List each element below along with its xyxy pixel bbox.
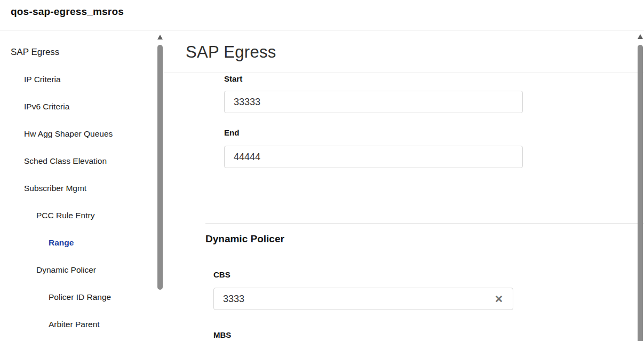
- sidebar-item-ipv6-criteria[interactable]: IPv6 Criteria: [0, 93, 156, 120]
- start-field-label: Start: [224, 74, 242, 83]
- main-heading-band: SAP Egress: [164, 31, 644, 73]
- main-content: SAP Egress Start End Dynamic Policer CBS…: [164, 31, 644, 341]
- page-title: qos-sap-egress_msros: [11, 6, 124, 18]
- cbs-field-label: CBS: [213, 270, 230, 279]
- sidebar-item-sap-egress[interactable]: SAP Egress: [0, 38, 156, 66]
- section-divider: [205, 223, 644, 224]
- end-field-label: End: [224, 128, 239, 137]
- sidebar-item-pcc-rule-entry[interactable]: PCC Rule Entry: [0, 202, 156, 229]
- cbs-input[interactable]: [213, 288, 513, 310]
- start-input[interactable]: [224, 91, 523, 113]
- sidebar-item-subscriber-mgmt[interactable]: Subscriber Mgmt: [0, 175, 156, 202]
- sidebar-item-sched-class-elevation[interactable]: Sched Class Elevation: [0, 147, 156, 175]
- sidebar-item-policer-id-range[interactable]: Policer ID Range: [0, 283, 156, 311]
- main-heading: SAP Egress: [186, 43, 276, 62]
- sidebar-item-arbiter-parent[interactable]: Arbiter Parent: [0, 311, 156, 338]
- scroll-up-arrow-icon[interactable]: [157, 35, 163, 39]
- main-scrollbar-thumb[interactable]: [638, 45, 643, 341]
- sidebar-item-range[interactable]: Range: [0, 229, 156, 256]
- sidebar-nav: SAP Egress IP Criteria IPv6 Criteria Hw …: [0, 31, 156, 341]
- clear-icon[interactable]: ✕: [493, 294, 505, 305]
- end-input[interactable]: [224, 146, 523, 168]
- sidebar-item-ip-criteria[interactable]: IP Criteria: [0, 66, 156, 93]
- sidebar-item-hw-agg-shaper-queues[interactable]: Hw Agg Shaper Queues: [0, 120, 156, 147]
- sidebar-item-dynamic-policer[interactable]: Dynamic Policer: [0, 256, 156, 283]
- window-header: qos-sap-egress_msros: [0, 0, 644, 30]
- sidebar-scrollbar-thumb[interactable]: [157, 45, 163, 290]
- sidebar-scrollbar[interactable]: [156, 31, 164, 341]
- mbs-field-label: MBS: [213, 330, 231, 339]
- scroll-up-arrow-icon[interactable]: [638, 34, 643, 39]
- main-scrollbar[interactable]: [637, 31, 644, 341]
- dynamic-policer-section-title: Dynamic Policer: [205, 233, 284, 245]
